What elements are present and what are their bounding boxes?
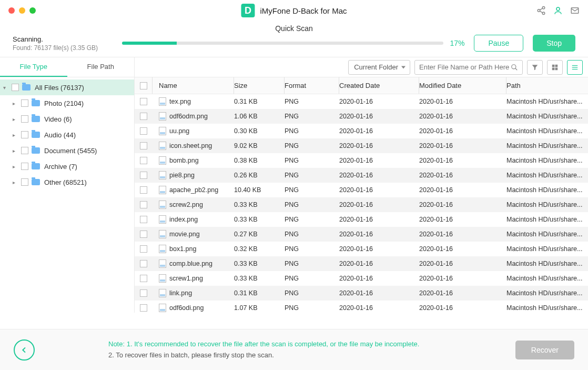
table-row[interactable]: movie.png 0.27 KB PNG 2020-01-16 2020-01…: [135, 227, 588, 242]
row-checkbox[interactable]: [140, 186, 147, 194]
tab-file-type[interactable]: File Type: [0, 57, 67, 77]
row-checkbox[interactable]: [140, 304, 147, 312]
footer-note-1: Note: 1. It's recommended to recover the…: [108, 339, 419, 350]
file-path: Macintosh HD/usr/share...: [506, 275, 588, 282]
checkbox[interactable]: [21, 131, 28, 138]
checkbox[interactable]: [21, 147, 28, 154]
tab-file-path[interactable]: File Path: [67, 57, 135, 77]
svg-point-7: [512, 64, 516, 68]
search-icon[interactable]: [511, 64, 518, 71]
table-row[interactable]: tex.png 0.31 KB PNG 2020-01-16 2020-01-1…: [135, 94, 588, 109]
stop-button[interactable]: Stop: [533, 35, 575, 52]
checkbox[interactable]: [21, 163, 28, 170]
tree-child[interactable]: ▸ Document (5455): [0, 143, 134, 158]
table-row[interactable]: screw1.png 0.33 KB PNG 2020-01-16 2020-0…: [135, 271, 588, 286]
svg-point-1: [538, 9, 540, 12]
table-row[interactable]: box1.png 0.32 KB PNG 2020-01-16 2020-01-…: [135, 242, 588, 256]
row-checkbox[interactable]: [140, 245, 147, 253]
table-body[interactable]: tex.png 0.31 KB PNG 2020-01-16 2020-01-1…: [135, 94, 588, 313]
file-format: PNG: [285, 289, 339, 297]
row-checkbox[interactable]: [140, 157, 147, 164]
table-row[interactable]: index.png 0.33 KB PNG 2020-01-16 2020-01…: [135, 212, 588, 227]
tree-child[interactable]: ▸ Photo (2104): [0, 95, 134, 111]
maximize-window-icon[interactable]: [29, 7, 36, 14]
row-checkbox[interactable]: [140, 201, 147, 208]
filter-icon[interactable]: [527, 60, 543, 75]
chevron-down-icon[interactable]: ▾: [3, 85, 11, 91]
table-row[interactable]: odf6odi.png 1.07 KB PNG 2020-01-16 2020-…: [135, 301, 588, 313]
table-row[interactable]: apache_pb2.png 10.40 KB PNG 2020-01-16 2…: [135, 183, 588, 197]
file-format: PNG: [285, 275, 339, 282]
chevron-right-icon[interactable]: ▸: [13, 148, 20, 154]
tree-child[interactable]: ▸ Other (68521): [0, 174, 134, 190]
tree-child-label: Audio (44): [44, 131, 76, 139]
chevron-right-icon[interactable]: ▸: [13, 132, 20, 138]
col-created[interactable]: Created Date: [339, 77, 419, 94]
share-icon[interactable]: [536, 6, 546, 15]
row-checkbox[interactable]: [140, 172, 147, 179]
grid-view-icon[interactable]: [547, 60, 563, 75]
scan-found: Found: 76137 file(s) (3.35 GB): [13, 44, 113, 52]
tree-child[interactable]: ▸ Archive (7): [0, 158, 134, 174]
table-row[interactable]: bomb.png 0.38 KB PNG 2020-01-16 2020-01-…: [135, 153, 588, 168]
user-icon[interactable]: [553, 6, 563, 15]
chevron-right-icon[interactable]: ▸: [13, 101, 20, 106]
minimize-window-icon[interactable]: [19, 7, 25, 14]
col-name[interactable]: Name: [153, 77, 234, 94]
file-name: comp.blue.png: [169, 260, 212, 267]
search-box[interactable]: [414, 60, 523, 75]
chevron-right-icon[interactable]: ▸: [13, 116, 20, 122]
file-icon: [159, 201, 166, 209]
scope-select[interactable]: Current Folder: [348, 60, 410, 75]
tree-root[interactable]: ▾ All Files (76137): [0, 79, 134, 95]
col-format[interactable]: Format: [285, 77, 339, 94]
checkbox[interactable]: [21, 178, 28, 186]
folder-icon: [32, 147, 40, 154]
tree-child[interactable]: ▸ Video (6): [0, 111, 134, 127]
file-format: PNG: [285, 98, 339, 105]
chevron-right-icon[interactable]: ▸: [13, 179, 20, 185]
table-row[interactable]: odf6odm.png 1.06 KB PNG 2020-01-16 2020-…: [135, 109, 588, 124]
col-size[interactable]: Size: [234, 77, 285, 94]
tree-root-label: All Files (76137): [35, 84, 84, 92]
table-row[interactable]: icon.sheet.png 9.02 KB PNG 2020-01-16 20…: [135, 138, 588, 153]
search-input[interactable]: [419, 63, 511, 71]
file-path: Macintosh HD/usr/share...: [506, 142, 588, 149]
col-path[interactable]: Path: [506, 77, 588, 94]
row-checkbox[interactable]: [140, 113, 147, 120]
table-row[interactable]: link.png 0.31 KB PNG 2020-01-16 2020-01-…: [135, 286, 588, 301]
checkbox[interactable]: [21, 115, 28, 123]
file-modified: 2020-01-16: [419, 260, 506, 267]
row-checkbox[interactable]: [140, 231, 147, 238]
back-button[interactable]: [14, 339, 35, 361]
row-checkbox[interactable]: [140, 260, 147, 267]
mail-icon[interactable]: [570, 6, 580, 15]
folder-icon: [32, 179, 40, 185]
file-format: PNG: [285, 157, 339, 164]
svg-line-8: [515, 68, 518, 70]
close-window-icon[interactable]: [8, 7, 15, 14]
chevron-right-icon[interactable]: ▸: [13, 164, 20, 169]
checkbox[interactable]: [12, 84, 19, 91]
list-view-icon[interactable]: [567, 60, 583, 75]
folder-icon: [32, 163, 40, 169]
table-row[interactable]: screw2.png 0.33 KB PNG 2020-01-16 2020-0…: [135, 197, 588, 212]
file-created: 2020-01-16: [339, 127, 419, 135]
checkbox[interactable]: [21, 99, 28, 107]
row-checkbox[interactable]: [140, 216, 147, 223]
row-checkbox[interactable]: [140, 127, 147, 135]
file-icon: [159, 304, 166, 312]
row-checkbox[interactable]: [140, 98, 147, 105]
table-row[interactable]: uu.png 0.30 KB PNG 2020-01-16 2020-01-16…: [135, 124, 588, 138]
table-row[interactable]: pie8.png 0.26 KB PNG 2020-01-16 2020-01-…: [135, 168, 588, 183]
pause-button[interactable]: Pause: [474, 35, 523, 52]
select-all-checkbox[interactable]: [140, 82, 147, 89]
row-checkbox[interactable]: [140, 142, 147, 149]
table-row[interactable]: comp.blue.png 0.33 KB PNG 2020-01-16 202…: [135, 256, 588, 271]
col-modified[interactable]: Modified Date: [419, 77, 506, 94]
tree-child[interactable]: ▸ Audio (44): [0, 127, 134, 143]
row-checkbox[interactable]: [140, 289, 147, 297]
row-checkbox[interactable]: [140, 275, 147, 282]
file-modified: 2020-01-16: [419, 142, 506, 149]
recover-button[interactable]: Recover: [515, 341, 574, 359]
